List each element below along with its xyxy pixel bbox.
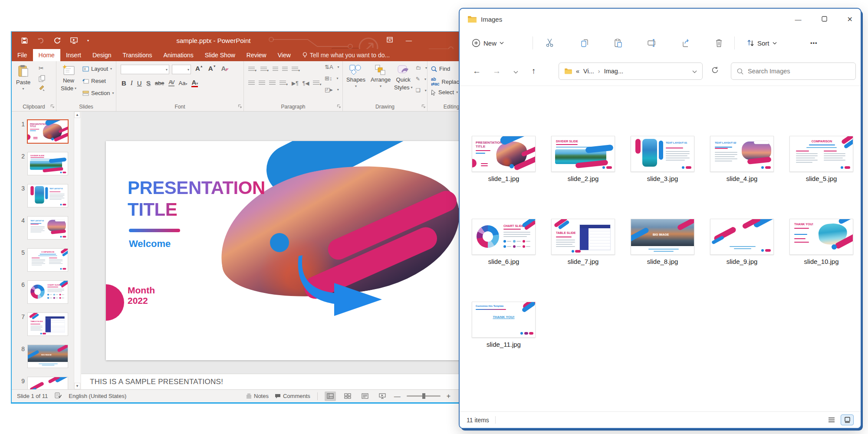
comments-toggle[interactable]: Comments (275, 393, 310, 399)
refresh-icon[interactable] (711, 66, 719, 76)
slide-thumbnail-5[interactable]: COMPARISON (28, 249, 68, 271)
minimize-window-icon[interactable]: — (406, 37, 412, 44)
tab-file[interactable]: File (12, 49, 33, 61)
reading-view-button[interactable] (359, 391, 371, 401)
underline-button[interactable]: U (137, 79, 142, 87)
font-dialog-launcher-icon[interactable] (238, 103, 242, 109)
bold-button[interactable]: B (122, 79, 126, 87)
align-text-icon[interactable]: ⊞↕ (325, 75, 332, 82)
slide-panel-item-8[interactable]: 8 BIG IMAGE (15, 345, 68, 368)
slide-thumbnail-6[interactable]: CHART SLIDE (28, 281, 68, 303)
drawing-dialog-launcher-icon[interactable] (421, 103, 425, 109)
tab-animations[interactable]: Animations (158, 49, 199, 61)
tab-insert[interactable]: Insert (60, 49, 87, 61)
back-icon[interactable]: ← (473, 66, 481, 76)
justify-icon[interactable]: ▾ (279, 79, 288, 87)
zoom-slider[interactable] (407, 395, 441, 397)
shapes-button[interactable]: Shapes▾ (346, 65, 365, 88)
font-name-combobox[interactable]: ▾ (121, 65, 169, 74)
customize-quick-access-icon[interactable]: ▾ (87, 39, 89, 43)
slide-thumbnail-7[interactable]: TABLE SLIDE (28, 313, 68, 335)
file-item[interactable]: TABLE SLIDE slide_7.jpg (551, 219, 615, 265)
text-shadow-button[interactable]: S (146, 79, 151, 87)
new-button[interactable]: New (472, 39, 504, 47)
zoom-slider-thumb[interactable] (422, 393, 425, 399)
normal-view-button[interactable] (325, 391, 336, 401)
find-button[interactable]: Find (431, 66, 450, 72)
rtl-direction-icon[interactable]: ¶◀ (302, 80, 309, 86)
breadcrumb-current[interactable]: Imag... (604, 68, 623, 75)
file-thumbnail-slide-7[interactable]: TABLE SLIDE (551, 219, 615, 255)
file-thumbnail-slide-3[interactable]: TEXT LAYOUT 01 (631, 136, 694, 172)
paste-button[interactable]: Paste ▾ (16, 65, 30, 91)
increase-indent-icon[interactable] (282, 66, 288, 73)
slide-thumbnail-3[interactable]: TEXT LAYOUT 01 (28, 184, 68, 207)
slide-thumbnail-4[interactable]: TEXT LAYOUT 02 (28, 217, 68, 239)
copy-icon[interactable] (580, 39, 589, 48)
slide-sorter-view-button[interactable] (342, 391, 353, 401)
italic-button[interactable]: I (131, 79, 133, 87)
clipboard-dialog-launcher-icon[interactable] (50, 103, 54, 109)
layout-button[interactable]: Layout▾ (82, 66, 112, 72)
save-icon[interactable] (21, 37, 28, 44)
arrange-button[interactable]: Arrange▾ (371, 65, 391, 88)
text-direction-icon[interactable]: ⇅A (325, 64, 333, 70)
delete-icon[interactable] (715, 39, 723, 48)
file-thumbnail-slide-6[interactable]: CHART SLIDE (472, 219, 536, 255)
up-icon[interactable]: ↑ (532, 66, 536, 76)
ltr-direction-icon[interactable]: ▶¶ (292, 80, 299, 86)
numbering-icon[interactable]: ▾ (260, 66, 269, 73)
slide-panel-item-7[interactable]: 7 TABLE SLIDE (15, 313, 68, 335)
slide-thumbnail-2[interactable]: DIVIDER SLIDE (28, 152, 68, 175)
scroll-up-icon[interactable]: ▲ (74, 112, 80, 118)
file-item[interactable]: PRESENTATION TITLE slide_1.jpg (472, 136, 536, 182)
language-indicator[interactable]: English (United States) (69, 393, 126, 399)
character-spacing-button[interactable]: AV (168, 79, 174, 86)
file-thumbnail-slide-11[interactable]: Customize this Template THANK YOU! (472, 302, 536, 338)
slide-thumbnail-1[interactable]: PRESENTATION TITLE (28, 120, 68, 143)
file-thumbnail-slide-1[interactable]: PRESENTATION TITLE (472, 136, 536, 172)
tab-view[interactable]: View (272, 49, 296, 61)
slide-panel-item-6[interactable]: 6 CHART SLIDE (15, 281, 68, 303)
bullets-icon[interactable]: ▾ (248, 66, 256, 73)
rename-icon[interactable] (648, 39, 657, 47)
recent-locations-chevron-icon[interactable] (513, 66, 518, 76)
current-slide[interactable]: PRESENTATION TITLE Welcome Month 2022 (106, 141, 520, 360)
slide-panel-item-1[interactable]: 1 PRESENTATION TITLE (15, 120, 68, 143)
replace-button[interactable]: ab⇄acReplace (431, 77, 462, 86)
font-size-combobox[interactable]: ▾ (172, 65, 191, 74)
slide-thumbnail-9[interactable] (28, 377, 68, 389)
tell-me-box[interactable]: Tell me what you want to do... (296, 49, 390, 61)
shrink-font-icon[interactable]: A▼ (208, 65, 216, 72)
notes-pane[interactable]: THIS IS A SAMPLE PRESENTATIONS! (81, 374, 520, 389)
file-thumbnail-slide-4[interactable]: TEXT LAYOUT 02 (710, 136, 774, 172)
slide-panel-item-9[interactable]: 9 (15, 377, 68, 389)
tab-design[interactable]: Design (87, 49, 117, 61)
slide-panel-item-2[interactable]: 2 DIVIDER SLIDE (15, 152, 68, 175)
details-view-button[interactable] (825, 414, 838, 425)
file-item[interactable]: COMPARISON slide_5.jpg (789, 136, 853, 182)
file-item[interactable]: Customize this Template THANK YOU! slide… (472, 302, 536, 348)
file-thumbnail-slide-9[interactable] (710, 219, 774, 255)
grow-font-icon[interactable]: A▲ (195, 65, 203, 72)
start-slideshow-icon[interactable] (70, 37, 78, 44)
line-spacing-icon[interactable]: ▾ (292, 66, 300, 73)
address-dropdown-chevron-icon[interactable] (692, 68, 697, 75)
paste-icon[interactable] (614, 39, 623, 48)
new-slide-button[interactable]: New Slide▾ (61, 65, 76, 92)
slide-thumbnail-8[interactable]: BIG IMAGE (28, 345, 68, 368)
forward-icon[interactable]: → (493, 66, 501, 76)
tab-review[interactable]: Review (241, 49, 272, 61)
undo-icon[interactable] (37, 38, 44, 43)
tab-transitions[interactable]: Transitions (117, 49, 158, 61)
file-item[interactable]: BIG IMAGE slide_8.jpg (631, 219, 694, 265)
share-icon[interactable] (681, 39, 690, 48)
ribbon-display-options-icon[interactable] (387, 36, 393, 44)
smartart-convert-icon[interactable]: ◰▸ (325, 86, 333, 93)
slideshow-view-button[interactable] (377, 391, 388, 401)
slide-panel-item-5[interactable]: 5 COMPARISON (15, 249, 68, 271)
reset-button[interactable]: Reset (82, 78, 106, 84)
minimize-icon[interactable]: — (795, 16, 802, 23)
file-item[interactable]: DIVIDER SLIDE slide_2.jpg (551, 136, 615, 182)
large-icons-view-button[interactable] (841, 414, 854, 425)
